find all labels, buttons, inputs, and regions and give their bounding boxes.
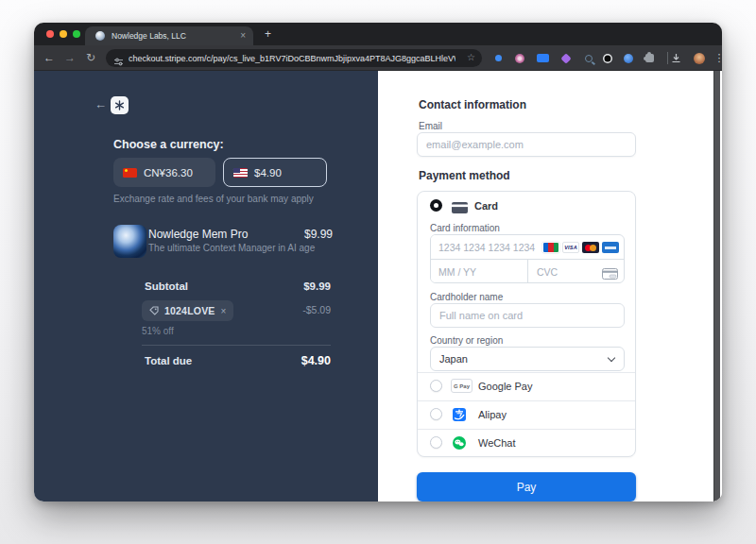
currency-option-usd-selected[interactable]: $4.90 — [223, 158, 327, 187]
card-option-label: Card — [474, 200, 498, 212]
profile-avatar[interactable] — [691, 45, 708, 71]
coupon-note: 51% off — [142, 326, 174, 336]
alipay-icon — [453, 408, 466, 425]
extension-search-icon[interactable] — [580, 45, 597, 71]
googlepay-label: Google Pay — [478, 381, 532, 392]
card-brand-icons: VISA — [542, 242, 619, 253]
site-settings-icon[interactable] — [113, 54, 124, 71]
downloads-icon[interactable] — [667, 45, 684, 71]
expiry-field[interactable] — [431, 260, 528, 283]
total-due-label: Total due — [145, 355, 192, 366]
product-name: Nowledge Mem Pro — [148, 228, 248, 241]
card-icon — [452, 200, 468, 217]
card-option-row[interactable]: Card — [418, 192, 635, 220]
card-radio-selected[interactable] — [430, 199, 442, 212]
total-due-value: $4.90 — [301, 354, 331, 367]
tab-close-icon[interactable]: × — [240, 30, 246, 42]
screenshot-stage: Nowledge Labs, LLC × + ← → ↻ checkout.st… — [0, 0, 756, 544]
country-label: Country or region — [430, 335, 503, 346]
product-price: $9.99 — [304, 228, 333, 241]
page-scrollbar[interactable] — [713, 71, 720, 502]
extension-record-icon[interactable] — [599, 45, 616, 71]
pay-button-label: Pay — [517, 481, 537, 494]
cn-flag-icon — [123, 168, 137, 178]
checkout-page: ← Choose a currency: CN¥36.30 $4.90 Exch… — [34, 71, 722, 502]
jcb-icon — [542, 242, 559, 253]
window-zoom-button[interactable] — [73, 30, 80, 38]
window-close-button[interactable] — [46, 30, 54, 38]
extension-pin-icon[interactable] — [490, 45, 507, 71]
extension-flower-icon[interactable] — [511, 45, 528, 71]
coupon-remove-icon[interactable]: × — [221, 306, 227, 316]
country-select[interactable]: Japan — [430, 347, 625, 371]
contact-heading: Contact information — [419, 98, 526, 111]
alipay-radio[interactable] — [430, 408, 442, 420]
extension-card-icon[interactable] — [534, 45, 551, 71]
extension-blue-icon[interactable] — [620, 45, 637, 71]
pay-button[interactable]: Pay — [417, 472, 636, 502]
wechat-label: WeChat — [478, 437, 516, 449]
order-summary-panel: ← Choose a currency: CN¥36.30 $4.90 Exch… — [34, 71, 378, 502]
product-app-icon — [113, 225, 146, 258]
country-value: Japan — [439, 353, 468, 365]
window-minimize-button[interactable] — [60, 30, 67, 38]
googlepay-option-row[interactable]: G Pay Google Pay — [418, 372, 635, 400]
wechat-icon — [453, 436, 466, 453]
us-flag-icon — [233, 168, 248, 178]
payment-methods-box: Card Card information VISA — [417, 191, 636, 457]
currency-heading: Choose a currency: — [113, 138, 224, 151]
email-field[interactable] — [417, 132, 636, 157]
cardholder-name-field[interactable] — [430, 303, 625, 328]
visa-icon: VISA — [562, 242, 579, 253]
wechat-radio[interactable] — [430, 436, 442, 449]
url-text: checkout.stripe.com/c/pay/cs_live_b1RV7i… — [129, 54, 455, 63]
subtotal-label: Subtotal — [145, 280, 188, 292]
chevron-down-icon — [608, 354, 615, 362]
email-label: Email — [419, 121, 442, 131]
subtotal-value: $9.99 — [303, 280, 331, 292]
new-tab-button[interactable]: + — [265, 26, 271, 42]
browser-window: Nowledge Labs, LLC × + ← → ↻ checkout.st… — [34, 23, 722, 502]
extensions-puzzle-icon[interactable] — [641, 45, 658, 71]
browser-toolbar: ← → ↻ checkout.stripe.com/c/pay/cs_live_… — [34, 45, 722, 71]
mastercard-icon — [582, 242, 599, 253]
browser-tab[interactable]: Nowledge Labs, LLC × — [85, 26, 253, 45]
cvc-field[interactable] — [529, 260, 595, 283]
coupon-tag-icon — [149, 302, 159, 319]
product-description: The ultimate Context Manager in AI age — [148, 243, 315, 253]
card-inputs-group: VISA — [430, 234, 625, 283]
reload-icon[interactable]: ↻ — [83, 45, 98, 71]
googlepay-icon: G Pay — [451, 379, 472, 393]
address-bar[interactable]: checkout.stripe.com/c/pay/cs_live_b1RV7i… — [106, 49, 482, 67]
tab-favicon-icon — [95, 31, 105, 41]
tab-title: Nowledge Labs, LLC — [112, 31, 223, 41]
exchange-note: Exchange rate and fees of your bank may … — [113, 194, 314, 204]
back-icon[interactable]: ← — [42, 45, 57, 71]
alipay-label: Alipay — [478, 409, 507, 420]
card-number-field[interactable] — [431, 235, 544, 259]
summary-divider — [142, 345, 331, 346]
currency-cny-label: CN¥36.30 — [144, 167, 193, 178]
card-information-label: Card information — [430, 223, 500, 233]
card-number-row: VISA — [431, 235, 624, 260]
amex-icon — [602, 242, 619, 253]
coupon-discount: -$5.09 — [302, 304, 331, 315]
browser-menu-icon[interactable]: ⋮ — [711, 45, 722, 71]
alipay-option-row[interactable]: Alipay — [418, 400, 635, 429]
payment-form-panel: Contact information Email Payment method… — [378, 71, 722, 502]
payment-method-heading: Payment method — [419, 169, 510, 182]
merchant-logo — [111, 96, 129, 114]
currency-usd-label: $4.90 — [254, 167, 282, 178]
coupon-chip: 1024LOVE × — [142, 300, 233, 321]
extension-spark-icon[interactable] — [558, 45, 575, 71]
card-expiry-cvc-row — [431, 260, 624, 283]
cvc-card-icon — [602, 266, 618, 283]
coupon-code: 1024LOVE — [164, 305, 215, 316]
browser-titlebar: Nowledge Labs, LLC × + — [34, 23, 722, 45]
back-arrow-icon[interactable]: ← — [94, 97, 107, 111]
wechat-option-row[interactable]: WeChat — [418, 429, 635, 457]
bookmark-star-icon[interactable]: ☆ — [467, 52, 475, 62]
currency-option-cny[interactable]: CN¥36.30 — [113, 158, 215, 187]
forward-icon[interactable]: → — [62, 45, 77, 71]
googlepay-radio[interactable] — [430, 380, 442, 392]
